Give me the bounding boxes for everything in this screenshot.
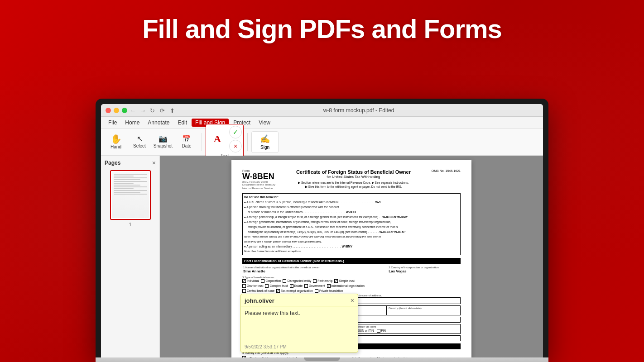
thumb-line	[114, 183, 134, 184]
snapshot-icon: 📷	[159, 135, 168, 143]
laptop-base	[96, 357, 548, 362]
select-label: Select	[133, 143, 146, 148]
checkbox-central-bank: Central bank of issue	[242, 289, 274, 293]
screen-bezel: ← → ↻ ⟳ ⬆ w-8 form mockup.pdf - Edited F…	[96, 99, 548, 357]
menu-bar: File Home Annotate Edit Fill and Sign Pr…	[101, 117, 543, 129]
field-country: 2 Country of incorporation or organizati…	[388, 266, 461, 274]
menu-file[interactable]: File	[105, 119, 120, 127]
fin-label: FIN	[381, 329, 386, 332]
pages-sidebar: Pages ×	[101, 156, 160, 357]
name-country-row: 1 Name of individual or organization tha…	[242, 266, 461, 274]
refresh-icon[interactable]: ⟳	[160, 107, 166, 114]
type-section: 3 Type of beneficial owner: Individual C…	[242, 276, 461, 293]
checkbox-estate-box	[290, 284, 293, 288]
snapshot-tool-button[interactable]: 📷 Snapshot	[152, 131, 174, 153]
window-chrome: ← → ↻ ⟳ ⬆ w-8 form mockup.pdf - Edited	[101, 104, 543, 117]
instruction-1: ▶ Section references are to the Internal…	[280, 181, 427, 185]
annotation-note: john.oliver × Please review this text. 9…	[240, 294, 358, 352]
form-main-title: Certificate of Foreign Status of Benefic…	[280, 169, 427, 175]
checkbox-partnership: Partnership	[313, 279, 332, 283]
thumb-line	[114, 176, 134, 176]
type-row-1: Individual Corporation Disregarded entit…	[242, 279, 461, 283]
type-label: 3 Type of beneficial owner:	[242, 276, 461, 279]
sign-icon: ✍	[260, 134, 270, 144]
form-subtitle2: for United States Tax Withholding	[280, 175, 427, 179]
government-label: Government	[309, 284, 325, 287]
close-text-button[interactable]: ×	[229, 140, 242, 152]
select-tool-button[interactable]: ↖ Select	[128, 131, 151, 153]
menu-view[interactable]: View	[255, 119, 274, 127]
date-icon: 📅	[182, 135, 191, 143]
menu-annotate[interactable]: Annotate	[144, 119, 173, 127]
checkbox-individual-box	[242, 279, 246, 283]
type-row-2: Grantor trust Complex trust Estate	[242, 284, 461, 288]
date-label: Date	[182, 143, 191, 148]
checkbox-disregarded-box	[283, 279, 286, 283]
main-content: Pages ×	[101, 156, 543, 357]
laptop-frame: ← → ↻ ⟳ ⬆ w-8 form mockup.pdf - Edited F…	[96, 99, 548, 362]
maximize-dot[interactable]	[122, 108, 127, 113]
close-dot[interactable]	[106, 108, 111, 113]
checkbox-tax-exempt-box	[276, 289, 280, 293]
date-tool-button[interactable]: 📅 Date	[175, 131, 198, 153]
international-org-label: International organization	[332, 284, 365, 287]
field-country-label: 2 Country of incorporation or organizati…	[389, 266, 460, 269]
form-number: W-8BEN	[242, 172, 275, 181]
pdf-form-header: Form W-8BEN (Rev. February 2006) Departm…	[242, 169, 461, 191]
ssn-label: SSN or ITIN	[358, 329, 374, 332]
checkbox-disregarded: Disregarded entity	[283, 279, 311, 283]
redo-icon[interactable]: ↻	[150, 107, 156, 114]
individual-label: Individual	[247, 279, 259, 282]
back-icon[interactable]: ←	[130, 107, 136, 114]
partnership-label: Partnership	[317, 279, 332, 282]
snapshot-label: Snapshot	[154, 143, 173, 148]
window-title: w-8 form mockup.pdf - Edited	[179, 107, 538, 114]
pdf-content-area: Form W-8BEN (Rev. February 2006) Departm…	[160, 156, 543, 357]
thumb-line	[114, 192, 140, 193]
form-title-block: Certificate of Foreign Status of Benefic…	[280, 169, 427, 189]
checkbox-fin-box	[377, 329, 380, 333]
note-close-button[interactable]: ×	[351, 297, 354, 304]
country-field: Country (do not abbreviate)	[387, 305, 461, 315]
field-name-value: Sine Annette	[243, 269, 385, 273]
checkmark-button[interactable]: ✓	[229, 126, 242, 138]
page-thumbnail[interactable]	[110, 170, 151, 220]
text-tool-group: A ✓ × Text	[206, 124, 244, 160]
checkbox-grantor-trust: Grantor trust	[242, 284, 263, 288]
form-dept: Department of the TreasuryInternal Reven…	[242, 183, 275, 191]
sidebar-close-button[interactable]: ×	[152, 159, 156, 167]
checkbox-partnership-box	[313, 279, 317, 283]
field-name: 1 Name of individual or organization tha…	[242, 266, 386, 274]
toolbar-separator	[202, 133, 202, 151]
nav-icons: ← → ↻ ⟳ ⬆	[130, 107, 176, 114]
minimize-dot[interactable]	[114, 108, 119, 113]
note-text: Please review this text.	[241, 306, 358, 343]
menu-edit[interactable]: Edit	[174, 119, 191, 127]
tool-group-left: ✋ Hand ↖ Select 📷 Snapshot 📅 Date	[105, 131, 198, 153]
sign-tool-button[interactable]: ✍ Sign	[251, 131, 279, 153]
simple-trust-label: Simple trust	[339, 279, 354, 282]
checkbox-grantor-trust-box	[242, 284, 246, 288]
forward-icon[interactable]: →	[140, 107, 146, 114]
text-tool-button[interactable]: A	[207, 130, 227, 148]
checkbox-estate: Estate	[290, 284, 303, 288]
sign-label: Sign	[260, 145, 269, 150]
checkbox-government: Government	[304, 284, 325, 288]
pdf-page: Form W-8BEN (Rev. February 2006) Departm…	[231, 160, 471, 357]
complex-trust-label: Complex trust	[269, 284, 288, 287]
sidebar-header: Pages ×	[105, 159, 156, 167]
menu-home[interactable]: Home	[121, 119, 143, 127]
grantor-trust-label: Grantor trust	[247, 284, 263, 287]
field-country-value: Las Vegas	[389, 269, 460, 273]
laptop-notch	[304, 357, 340, 361]
thumb-line	[114, 174, 147, 175]
laptop-screen: ← → ↻ ⟳ ⬆ w-8 form mockup.pdf - Edited F…	[101, 104, 543, 357]
corporation-label: Corporation	[265, 279, 281, 282]
hand-tool-button[interactable]: ✋ Hand	[105, 131, 127, 153]
do-not-use-section: Do not use this form for: ● A U.S. citiz…	[242, 193, 461, 255]
checkbox-corporation: Corporation	[261, 279, 281, 283]
sidebar-title: Pages	[105, 160, 120, 166]
disregarded-label: Disregarded entity	[287, 279, 311, 282]
part1-header: Part I Identification of Beneficial Owne…	[242, 258, 461, 264]
share-icon[interactable]: ⬆	[170, 107, 176, 114]
